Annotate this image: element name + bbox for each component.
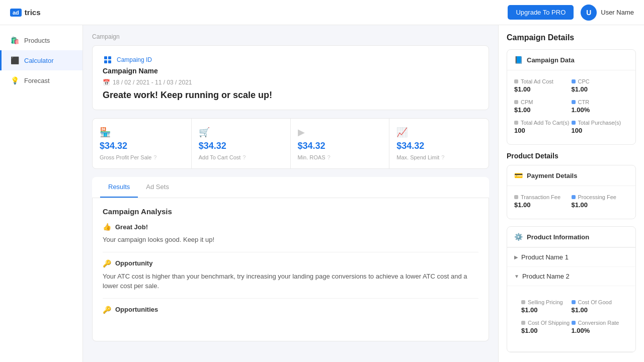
content-area: Campaign Campaing ID Campaign Name 📅 18 … (83, 25, 498, 362)
tab-adsets[interactable]: Ad Sets (138, 177, 177, 198)
sidebar-item-label: Forecast (24, 77, 50, 84)
metric-dot (514, 100, 518, 104)
metric-dot (514, 79, 518, 83)
analysis-section-greatjob: 👍 Great Job! Your campaign looks good. K… (103, 223, 478, 252)
stat-value: $34.32 (298, 141, 382, 151)
metric-cost-of-good: Cost Of Good $1.00 (572, 296, 622, 317)
stat-atc-cost: 🛒 $34.32 Add To Cart Cost ? (192, 119, 291, 168)
payment-details-title: Payment Details (527, 172, 577, 179)
sidebar-item-label: Products (24, 37, 50, 44)
metric-dot (521, 300, 525, 304)
product-information-header: ⚙️ Product Information (507, 227, 635, 247)
metric-dot (572, 121, 576, 125)
sidebar-item-calculator[interactable]: ⬛ Calculator (0, 50, 83, 70)
campaign-data-header: 📘 Campaign Data (507, 50, 635, 70)
campaign-headline: Greate work! Keep running or scale up! (103, 90, 478, 101)
product-information-title: Product Information (527, 233, 589, 241)
campaign-id-text: Campaing ID (117, 56, 152, 63)
metric-dot (521, 321, 525, 325)
expanded-metrics-grid: Selling Pricing $1.00 Cost Of Good $1.00 (514, 291, 628, 344)
help-icon: ? (328, 154, 331, 160)
metric-dot (572, 79, 576, 83)
chevron-right-icon: ▶ (514, 254, 518, 260)
topnav: ad trics Upgrade To PRO U User Name (0, 0, 644, 25)
help-icon: ? (243, 154, 246, 160)
analysis-header: 🔑 Opportunities (103, 306, 478, 314)
metric-dot (572, 100, 576, 104)
campaign-data-section: 📘 Campaign Data Total Ad Cost $1.00 CPC (507, 49, 636, 145)
analysis-card: Campaign Analysis 👍 Great Job! Your camp… (92, 198, 489, 341)
stat-value: $34.32 (100, 141, 184, 151)
thumbs-up-icon: 👍 (103, 223, 111, 231)
metric-conversion-rate: Conversion Rate 1.00% (572, 317, 622, 337)
metric-dot (572, 195, 576, 199)
user-name: User Name (601, 9, 634, 16)
product-accordion-item-2[interactable]: ▼ Product Name 2 (507, 267, 635, 286)
stat-label: Max. Spend Limit ? (396, 154, 481, 160)
metric-transaction-fee: Transaction Fee $1.00 (514, 191, 572, 212)
product-details-title: Product Details (507, 152, 636, 160)
metric-dot (514, 195, 518, 199)
upgrade-button[interactable]: Upgrade To PRO (508, 5, 574, 20)
campaign-dates: 📅 18 / 02 / 2021 - 11 / 03 / 2021 (103, 79, 478, 86)
forecast-icon: 💡 (11, 76, 19, 84)
campaign-id-row: Campaing ID (103, 55, 478, 65)
product-accordion: ▶ Product Name 1 ▼ Product Name 2 Sellin… (507, 247, 635, 352)
analysis-section-opportunities: 🔑 Opportunities (103, 306, 478, 325)
panel-title: Campaign Details (507, 33, 636, 42)
campaign-label: Campaign (92, 33, 489, 40)
metric-total-purchases: Total Purchase(s) 100 (572, 117, 629, 137)
cart-icon: 🛒 (199, 127, 283, 138)
sidebar: 🛍️ Products ⬛ Calculator 💡 Forecast (0, 25, 83, 362)
key2-icon: 🔑 (103, 306, 111, 314)
analysis-header: 🔑 Opportunity (103, 259, 478, 267)
store-icon: 🏪 (100, 127, 184, 138)
analysis-title: Campaign Analysis (103, 207, 478, 216)
trend-icon: 📈 (396, 127, 481, 138)
product-info-icon: ⚙️ (514, 233, 523, 241)
campaign-card: Campaing ID Campaign Name 📅 18 / 02 / 20… (92, 45, 489, 110)
stat-value: $34.32 (396, 141, 481, 151)
product-expanded-metrics: Selling Pricing $1.00 Cost Of Good $1.00 (507, 286, 635, 352)
sidebar-item-products[interactable]: 🛍️ Products (0, 30, 83, 50)
date-range: 18 / 02 / 2021 - 11 / 03 / 2021 (113, 79, 192, 86)
product-information-section: ⚙️ Product Information ▶ Product Name 1 … (507, 226, 636, 352)
metric-dot (514, 121, 518, 125)
facebook-icon: 📘 (514, 56, 523, 64)
sidebar-item-forecast[interactable]: 💡 Forecast (0, 70, 83, 90)
main-layout: 🛍️ Products ⬛ Calculator 💡 Forecast Camp… (0, 25, 644, 362)
logo-text: trics (25, 8, 41, 17)
metric-cpm: CPM $1.00 (514, 96, 572, 117)
stat-gross-profit: 🏪 $34.32 Gross Profit Per Sale ? (93, 119, 192, 168)
calendar-icon: 📅 (103, 79, 110, 86)
campaign-data-title: Campaign Data (527, 56, 575, 64)
metric-total-ad-cost: Total Ad Cost $1.00 (514, 75, 572, 96)
analysis-section-title: Opportunities (115, 306, 158, 313)
stat-min-roas: ▶ $34.32 Min. ROAS ? (291, 119, 390, 168)
stat-label: Add To Cart Cost ? (199, 154, 283, 160)
logo: ad trics (10, 8, 41, 17)
payment-details-header: 💳 Payment Details (507, 165, 635, 186)
payment-details-section: 💳 Payment Details Transaction Fee $1.00 … (507, 165, 636, 219)
campaign-name: Campaign Name (103, 67, 478, 75)
analysis-text: Your ATC cost is higher than your benchm… (103, 272, 478, 291)
stat-label: Min. ROAS ? (298, 154, 382, 160)
tabs-bar: Results Ad Sets (92, 177, 489, 198)
product-name-1: Product Name 1 (521, 253, 569, 261)
metric-cpc: CPC $1.00 (572, 75, 629, 96)
metric-dot (572, 321, 576, 325)
metric-selling-pricing: Selling Pricing $1.00 (521, 296, 572, 317)
product-name-2: Product Name 2 (522, 273, 570, 280)
analysis-text: Your campaign looks good. Keep it up! (103, 235, 478, 245)
nav-right: Upgrade To PRO U User Name (508, 5, 634, 21)
stat-max-spend: 📈 $34.32 Max. Spend Limit ? (389, 119, 489, 168)
product-accordion-item-1[interactable]: ▶ Product Name 1 (507, 248, 635, 267)
campaign-data-grid: Total Ad Cost $1.00 CPC $1.00 CPM (507, 70, 635, 144)
analysis-header: 👍 Great Job! (103, 223, 478, 231)
stats-row: 🏪 $34.32 Gross Profit Per Sale ? 🛒 $34.3… (92, 118, 489, 169)
sidebar-item-label: Calculator (24, 57, 54, 64)
key-icon: 🔑 (103, 259, 111, 267)
avatar: U (581, 5, 597, 21)
tab-results[interactable]: Results (100, 177, 138, 198)
calculator-icon: ⬛ (11, 56, 19, 64)
